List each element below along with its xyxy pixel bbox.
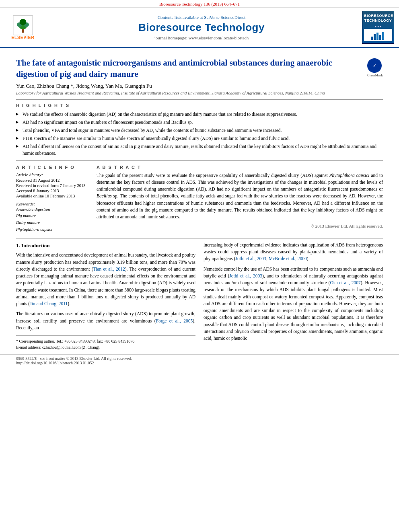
sciverse-link: Contents lists available at SciVerse Sci… xyxy=(45,15,358,20)
body-section: 1. Introduction With the intensive and c… xyxy=(16,238,383,350)
keywords-header: Keywords: xyxy=(16,201,88,206)
journal-title-area: Contents lists available at SciVerse Sci… xyxy=(45,15,358,40)
footnote-corresponding: * Corresponding author. Tel.: +86 025 84… xyxy=(16,338,195,344)
cite-mcbride-2000[interactable]: McBride et al., 2000 xyxy=(269,256,307,261)
footnote-area: * Corresponding author. Tel.: +86 025 84… xyxy=(16,335,195,350)
elsevier-text: ELSEVIER xyxy=(11,35,34,40)
journal-badge-right: BIORESOURCE TECHNOLOGY ● ● ● xyxy=(362,11,394,44)
available-date: Available online 10 February 2013 xyxy=(16,194,88,198)
keywords-list: Anaerobic digestion Pig manure Dairy man… xyxy=(16,206,88,233)
body-two-columns: 1. Introduction With the intensive and c… xyxy=(16,242,383,350)
abstract-text: The goals of the present study were to e… xyxy=(97,172,383,221)
svg-rect-8 xyxy=(376,33,378,40)
keyword-2: Pig manure xyxy=(16,213,88,220)
svg-point-4 xyxy=(20,19,27,25)
journal-header: ELSEVIER Contents lists available at Sci… xyxy=(0,8,399,48)
highlight-item-3: Total phenolic, VFA and total sugar in m… xyxy=(16,126,383,134)
issn-line: 0960-8524/$ - see front matter © 2013 El… xyxy=(16,356,383,361)
cite-tian-2012[interactable]: Tian et al., 2012 xyxy=(93,267,125,271)
abstract-section: A B S T R A C T The goals of the present… xyxy=(97,165,383,233)
svg-rect-10 xyxy=(382,32,384,40)
article-info-header: A R T I C L E I N F O xyxy=(16,165,88,170)
cite-jothi-2003b[interactable]: Jothi et al., 2003 xyxy=(229,273,262,278)
bottom-bar: 0960-8524/$ - see front matter © 2013 El… xyxy=(0,354,399,367)
journal-name: Bioresource Technology xyxy=(45,21,358,34)
intro-section-title: 1. Introduction xyxy=(16,242,195,250)
doi-line: http://dx.doi.org/10.1016/j.biortech.201… xyxy=(16,361,383,365)
keyword-4: Phytophthora capsici xyxy=(16,226,88,233)
highlights-header: H I G H L I G H T S xyxy=(16,103,383,108)
cite-jothi-2003[interactable]: Jothi et al., 2003 xyxy=(236,256,266,261)
highlights-list: We studied the effects of anaerobic dige… xyxy=(16,110,383,157)
intro-paragraph-1: With the intensive and concentrated deve… xyxy=(16,252,195,307)
cite-oka-2007[interactable]: Oka et al., 2007 xyxy=(330,280,360,285)
highlight-item-4: FTIR spectra of the manures are similar … xyxy=(16,134,383,142)
journal-citation: Bioresource Technology 136 (2013) 664–67… xyxy=(0,0,399,8)
article-info-abstract-area: A R T I C L E I N F O Article history: R… xyxy=(16,165,383,233)
highlight-item-2: AD had no significant impact on the numb… xyxy=(16,118,383,126)
divider-highlights xyxy=(16,99,383,100)
authors-text: Yun Cao, Zhizhou Chang *, Jidong Wang, Y… xyxy=(16,83,152,89)
cite-forge-2005[interactable]: Forge et al., 2005 xyxy=(156,318,193,323)
right-paragraph-2: Nematode control by the use of ADS has b… xyxy=(204,266,383,342)
article-title-area: The fate of antagonistic microorganisms … xyxy=(16,58,383,80)
intro-paragraph-2: The literatures on various uses of anaer… xyxy=(16,310,195,331)
crossmark-icon: ✓ xyxy=(370,61,379,70)
svg-text:✓: ✓ xyxy=(373,64,376,68)
received-date: Received 31 August 2012 xyxy=(16,178,88,183)
crossmark-badge: ✓ CrossMark xyxy=(367,58,383,78)
abstract-header: A B S T R A C T xyxy=(97,165,383,170)
keyword-3: Dairy manure xyxy=(16,220,88,226)
elsevier-tree-icon xyxy=(13,15,33,35)
footnote-email: E-mail address: czhizhou@hotmail.com (Z.… xyxy=(16,344,195,350)
cite-jin-2011[interactable]: Jin and Chang, 2011 xyxy=(30,301,68,306)
main-content: The fate of antagonistic microorganisms … xyxy=(0,48,399,354)
body-left-column: 1. Introduction With the intensive and c… xyxy=(16,242,195,350)
right-paragraph-1: increasing body of experimental evidence… xyxy=(204,242,383,263)
svg-rect-9 xyxy=(379,35,381,40)
keyword-1: Anaerobic digestion xyxy=(16,206,88,213)
highlight-item-5: AD had different influences on the conte… xyxy=(16,142,383,157)
revised-date: Received in revised form 7 January 2013 xyxy=(16,183,88,188)
affiliation-line: Laboratory for Agricultural Wastes Treat… xyxy=(16,91,383,95)
badge-graph-icon xyxy=(370,29,386,41)
highlight-item-1: We studied the effects of anaerobic dige… xyxy=(16,110,383,118)
keywords-section: Keywords: Anaerobic digestion Pig manure… xyxy=(16,201,88,233)
article-title-text: The fate of antagonistic microorganisms … xyxy=(16,58,363,80)
authors-line: Yun Cao, Zhizhou Chang *, Jidong Wang, Y… xyxy=(16,83,383,89)
journal-homepage: journal homepage: www.elsevier.com/locat… xyxy=(45,35,358,40)
copyright-line: © 2013 Elsevier Ltd. All rights reserved… xyxy=(97,224,383,228)
history-label: Article history: xyxy=(16,172,88,177)
svg-rect-7 xyxy=(374,34,376,40)
body-right-column: increasing body of experimental evidence… xyxy=(204,242,383,350)
divider-article-info xyxy=(16,160,383,161)
svg-rect-6 xyxy=(371,37,373,40)
accepted-date: Accepted 8 January 2013 xyxy=(16,189,88,193)
article-info-section: A R T I C L E I N F O Article history: R… xyxy=(16,165,88,233)
elsevier-logo-left: ELSEVIER xyxy=(5,15,41,40)
